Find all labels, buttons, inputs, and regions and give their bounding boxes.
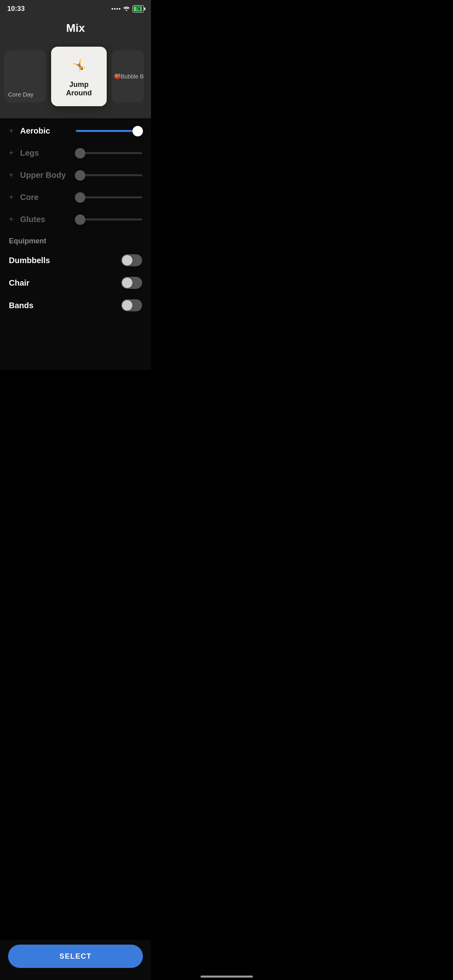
slider-label-glutes: Glutes [20,215,72,224]
header-area: Mix [0,15,151,43]
slider-label-core: Core [20,193,72,202]
slider-track-upper-body[interactable] [76,174,142,176]
wifi-icon [123,6,130,12]
cards-row: Core Day 🤸 JumpAround 🍑Bubble Butt [0,47,148,106]
equipment-row-dumbbells: Dumbbells [9,254,142,266]
slider-plus-aerobic[interactable]: + [9,126,20,136]
equipment-title: Equipment [9,237,142,245]
slider-thumb-glutes[interactable] [75,214,85,225]
slider-track-aerobic[interactable] [76,130,142,132]
toggle-knob-chair [122,278,132,288]
slider-track-legs[interactable] [76,152,142,154]
slider-thumb-aerobic[interactable] [132,126,143,136]
status-time: 10:33 [7,5,25,13]
battery-icon: 78 [132,5,144,12]
slider-plus-core[interactable]: + [9,193,20,202]
slider-thumb-upper-body[interactable] [75,170,85,181]
toggle-chair[interactable] [121,277,142,289]
card-core-day-label: Core Day [8,91,33,98]
slider-plus-upper-body[interactable]: + [9,171,20,180]
toggle-bands[interactable] [121,299,142,311]
page-title: Mix [0,22,151,35]
equipment-label-dumbbells: Dumbbells [9,256,50,265]
equipment-row-bands: Bands [9,299,142,311]
slider-row-upper-body: + Upper Body [9,171,142,180]
equipment-section: Equipment Dumbbells Chair Bands [9,237,142,311]
equipment-row-chair: Chair [9,277,142,289]
toggle-dumbbells[interactable] [121,254,142,266]
signal-icon [112,8,120,10]
slider-thumb-core[interactable] [75,192,85,203]
cards-carousel: Core Day 🤸 JumpAround 🍑Bubble Butt [0,43,151,118]
slider-track-glutes[interactable] [76,218,142,220]
slider-row-glutes: + Glutes [9,215,142,224]
card-bubble-butt[interactable]: 🍑Bubble Butt [112,50,144,103]
card-jump-around-label: JumpAround [51,80,107,97]
toggle-knob-bands [122,300,132,311]
equipment-label-bands: Bands [9,301,33,310]
status-bar: 10:33 78 [0,0,151,15]
main-content: + Aerobic + Legs + Upper Body + Core + G… [0,114,151,370]
card-core-day[interactable]: Core Day [4,50,46,103]
slider-row-aerobic: + Aerobic [9,126,142,136]
slider-label-upper-body: Upper Body [20,171,72,180]
card-jump-around-emoji: 🤸 [72,59,86,72]
status-icons: 78 [112,5,144,12]
slider-label-legs: Legs [20,148,72,158]
card-bubble-butt-label: 🍑Bubble Butt [114,73,144,80]
slider-thumb-legs[interactable] [75,148,85,159]
slider-plus-glutes[interactable]: + [9,215,20,224]
slider-row-legs: + Legs [9,148,142,158]
equipment-label-chair: Chair [9,278,29,288]
toggle-knob-dumbbells [122,255,132,266]
slider-label-aerobic: Aerobic [20,126,72,136]
slider-row-core: + Core [9,193,142,202]
card-jump-around[interactable]: 🤸 JumpAround [51,47,107,106]
slider-plus-legs[interactable]: + [9,148,20,158]
slider-track-core[interactable] [76,196,142,198]
